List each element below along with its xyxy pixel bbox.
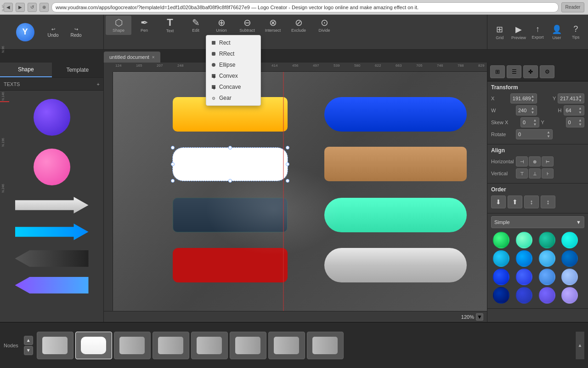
color-swatch-1[interactable] <box>493 232 509 248</box>
dropdown-item-convex[interactable]: ✦ Convex <box>206 70 260 81</box>
dropdown-item-rect[interactable]: Rect <box>206 37 260 48</box>
thumb-2[interactable] <box>75 332 112 359</box>
undo-button[interactable]: ↩ Undo <box>42 26 65 38</box>
order-back-button[interactable]: ⬇ <box>491 196 506 208</box>
transform-skewy-input[interactable]: 0 ▲▼ <box>566 117 585 127</box>
preview-button[interactable]: ▶ Preview <box>510 23 527 42</box>
tool-union[interactable]: ⊕ Union <box>209 16 234 35</box>
color-swatch-6[interactable] <box>516 250 532 267</box>
tab-close-button[interactable]: × <box>152 55 155 60</box>
url-bar[interactable]: www.youdraw.com/apps/logocreator/?templa… <box>51 2 559 12</box>
thumb-4[interactable] <box>153 332 189 359</box>
panel-layers-btn[interactable]: ☰ <box>507 65 521 78</box>
color-swatch-2[interactable] <box>516 232 532 248</box>
transform-y-spinner[interactable]: ▲▼ <box>578 94 582 103</box>
tool-text[interactable]: T Text <box>157 16 183 35</box>
tips-button[interactable]: ? Tips <box>567 23 584 42</box>
transform-x-spinner[interactable]: ▲▼ <box>531 94 535 103</box>
transform-w-input[interactable]: 240 ▲▼ <box>516 105 537 115</box>
thumb-8[interactable] <box>307 332 344 359</box>
handle-bc[interactable] <box>228 179 232 183</box>
thumb-3[interactable] <box>114 332 151 359</box>
panel-settings-btn[interactable]: ⚙ <box>540 65 554 78</box>
color-swatch-7[interactable] <box>539 250 555 267</box>
thumb-7[interactable] <box>268 332 305 359</box>
shape-preview-arrow-dark[interactable] <box>11 247 93 270</box>
scroll-down-button[interactable]: ▼ <box>24 346 33 355</box>
tool-shape[interactable]: ⬡ Shape <box>106 16 131 35</box>
user-button[interactable]: 👤 User <box>548 23 565 42</box>
align-h-center[interactable]: ⊕ <box>529 156 541 167</box>
tool-pen[interactable]: ✒ Pen <box>131 16 157 35</box>
handle-ml[interactable] <box>171 162 175 166</box>
color-swatch-3[interactable] <box>539 232 555 248</box>
shape-preview-arrow-gradient[interactable] <box>11 274 93 297</box>
panel-nodes-btn[interactable]: ✤ <box>523 65 538 78</box>
color-swatch-8[interactable] <box>561 250 578 267</box>
color-swatch-9[interactable] <box>493 269 509 285</box>
shape-preview-circle-pink[interactable] <box>29 144 75 190</box>
align-v-top[interactable]: ⊤ <box>516 168 528 178</box>
document-tab[interactable]: untitled document × <box>104 52 160 63</box>
color-swatch-16[interactable] <box>561 287 578 304</box>
back-button[interactable]: ◀ <box>4 3 13 12</box>
handle-tl[interactable] <box>171 146 175 150</box>
align-v-bottom[interactable]: ⊦ <box>542 168 554 178</box>
bookmark-button[interactable]: ⊕ <box>40 3 49 12</box>
order-backward-button[interactable]: ↕ <box>524 196 539 208</box>
reader-button[interactable]: Reader <box>561 2 584 12</box>
transform-rotate-input[interactable]: 0 ▲▼ <box>516 129 553 139</box>
shape-preview-circle-purple[interactable] <box>29 94 75 140</box>
bottom-expand-button[interactable]: ▲ <box>575 332 584 359</box>
color-swatch-14[interactable] <box>516 287 532 304</box>
tool-edit[interactable]: ✎ Edit <box>183 16 209 35</box>
align-h-right[interactable]: ⊢ <box>542 156 554 167</box>
align-h-left[interactable]: ⊣ <box>516 156 528 167</box>
thumb-6[interactable] <box>230 332 266 359</box>
shape-preview-arrow-white[interactable] <box>11 194 93 217</box>
dropdown-item-rrect[interactable]: RRect <box>206 48 260 59</box>
grid-button[interactable]: ⊞ Grid <box>491 23 508 42</box>
transform-h-spinner[interactable]: ▲▼ <box>578 106 582 115</box>
panel-transform-btn[interactable]: ⊞ <box>490 65 505 78</box>
transform-rotate-spinner[interactable]: ▲▼ <box>547 130 550 138</box>
color-swatch-10[interactable] <box>516 269 532 285</box>
order-forward-button[interactable]: ↕ <box>541 196 555 208</box>
handle-br[interactable] <box>286 179 289 183</box>
handle-tr[interactable] <box>286 146 289 150</box>
color-swatch-11[interactable] <box>539 269 555 285</box>
transform-skewx-input[interactable]: 0 ▲▼ <box>520 117 539 127</box>
handle-mr[interactable] <box>286 162 289 166</box>
tab-template[interactable]: Template <box>52 63 104 77</box>
transform-y-input[interactable]: 217.413 ▲▼ <box>558 93 584 104</box>
tool-divide[interactable]: ⊙ Divide <box>311 16 337 35</box>
handle-bl[interactable] <box>171 179 175 183</box>
scroll-up-button[interactable]: ▲ <box>24 336 33 345</box>
shape-dark-rect[interactable] <box>173 198 288 232</box>
tool-exclude[interactable]: ⊘ Exclude <box>286 16 311 35</box>
color-swatch-4[interactable] <box>561 232 578 248</box>
dropdown-item-gear[interactable]: ⚙ Gear <box>206 92 260 104</box>
thumb-5[interactable] <box>191 332 228 359</box>
tool-subtract[interactable]: ⊖ Subtract <box>234 16 260 35</box>
transform-skewx-spinner[interactable]: ▲▼ <box>533 118 537 126</box>
shape-white-rrect[interactable] <box>173 148 288 181</box>
align-v-middle[interactable]: ⊥ <box>529 168 541 178</box>
forward-button[interactable]: ▶ <box>16 3 25 12</box>
shape-green-rrect[interactable] <box>324 198 467 232</box>
transform-x-input[interactable]: 191.689 ▲▼ <box>510 93 537 104</box>
shape-red-rect[interactable] <box>173 248 288 282</box>
tab-shape[interactable]: Shape <box>0 63 52 77</box>
refresh-button[interactable]: ↺ <box>28 3 37 12</box>
shape-gray-rrect[interactable] <box>324 248 467 282</box>
dropdown-item-concave[interactable]: ✦ Concave <box>206 81 260 92</box>
color-swatch-13[interactable] <box>493 287 509 304</box>
section-add-icon[interactable]: + <box>97 81 100 87</box>
shape-brown-rrect[interactable] <box>324 147 467 181</box>
shape-blue-rrect[interactable] <box>324 97 467 132</box>
zoom-down-button[interactable]: ▼ <box>476 313 483 321</box>
canvas-container[interactable] <box>113 72 487 311</box>
tool-intersect[interactable]: ⊗ Intersect <box>260 16 286 35</box>
order-front-button[interactable]: ⬆ <box>508 196 522 208</box>
transform-w-spinner[interactable]: ▲▼ <box>531 106 535 115</box>
